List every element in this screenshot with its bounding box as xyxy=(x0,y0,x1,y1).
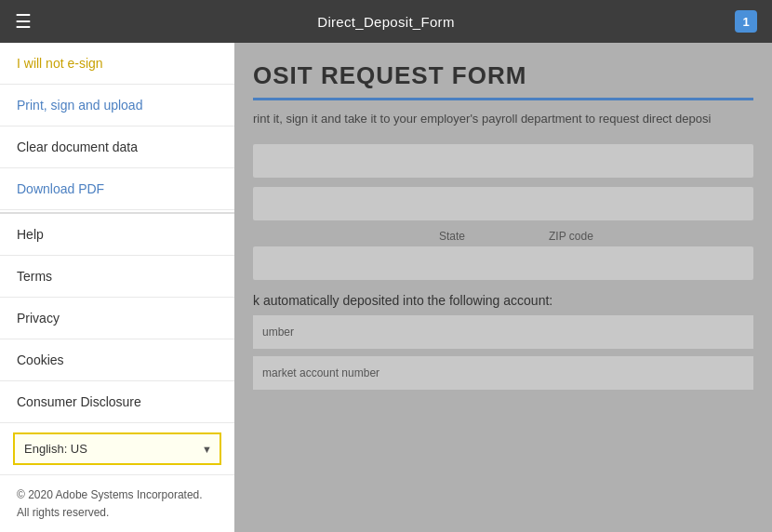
form-row-address xyxy=(253,187,753,220)
form-subtitle: rint it, sign it and take it to your emp… xyxy=(253,112,753,126)
rights-text: All rights reserved. xyxy=(17,506,109,519)
sidebar-item-terms[interactable]: Terms xyxy=(0,256,234,298)
sidebar-item-clear-data[interactable]: Clear document data xyxy=(0,126,234,168)
routing-row: umber xyxy=(253,315,753,349)
form-title: OSIT REQUEST FORM xyxy=(253,61,753,100)
zip-label: ZIP code xyxy=(549,230,593,243)
account-row: market account number xyxy=(253,356,753,390)
copyright-text: © 2020 Adobe Systems Incorporated. xyxy=(17,488,203,501)
sidebar-item-print-sign-upload[interactable]: Print, sign and upload xyxy=(0,85,234,126)
hamburger-icon[interactable]: ☰ xyxy=(15,10,32,33)
language-select-wrapper[interactable]: English: US Spanish: ES French: FR xyxy=(13,432,221,465)
language-selector-wrapper: English: US Spanish: ES French: FR xyxy=(0,423,234,475)
account-label: market account number xyxy=(262,366,379,379)
top-bar: ☰ Direct_Deposit_Form 1 xyxy=(0,0,772,43)
form-row-name xyxy=(253,144,753,178)
notification-badge[interactable]: 1 xyxy=(735,10,757,33)
sidebar-item-privacy[interactable]: Privacy xyxy=(0,298,234,339)
sidebar-item-help[interactable]: Help xyxy=(0,212,234,256)
sidebar-item-download-pdf[interactable]: Download PDF xyxy=(0,168,234,210)
sidebar-item-will-not-esign[interactable]: I will not e-sign xyxy=(0,43,234,85)
sidebar: I will not e-sign Print, sign and upload… xyxy=(0,43,234,532)
sidebar-footer: © 2020 Adobe Systems Incorporated. All r… xyxy=(0,475,234,532)
form-content: OSIT REQUEST FORM rint it, sign it and t… xyxy=(234,43,772,532)
form-row-state-zip xyxy=(253,246,753,280)
sidebar-item-consumer-disclosure[interactable]: Consumer Disclosure xyxy=(0,381,234,423)
page-title: Direct_Deposit_Form xyxy=(317,14,454,30)
form-row-labels: State ZIP code xyxy=(253,230,753,243)
account-section-title: k automatically deposited into the follo… xyxy=(253,293,753,308)
language-select[interactable]: English: US Spanish: ES French: FR xyxy=(13,432,221,465)
state-label: State xyxy=(439,230,465,243)
sidebar-item-cookies[interactable]: Cookies xyxy=(0,339,234,381)
routing-label: umber xyxy=(262,326,294,339)
